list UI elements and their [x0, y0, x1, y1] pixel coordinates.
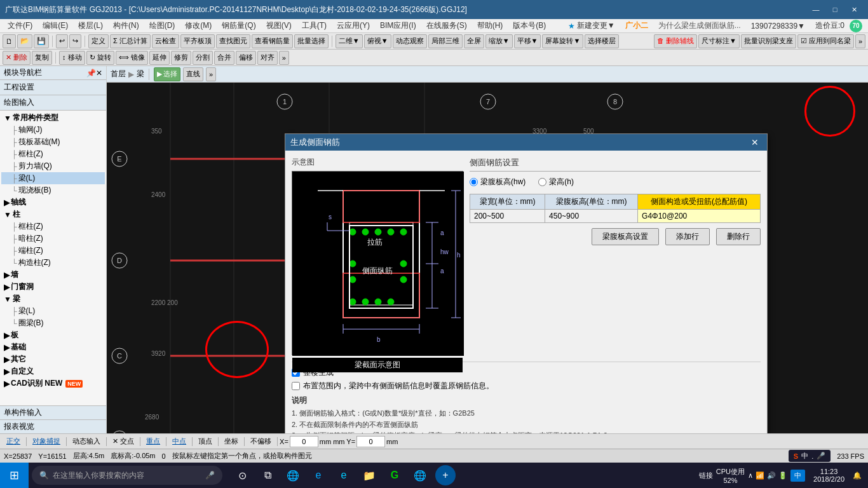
maximize-button[interactable]: □	[826, 3, 844, 17]
tb-split[interactable]: 分割	[193, 51, 213, 65]
tree-beam-group[interactable]: ▼ 梁	[1, 293, 105, 305]
menu-edit[interactable]: 编辑(E)	[37, 19, 73, 32]
breadcrumb-more[interactable]: »	[206, 67, 216, 81]
tb-select-floor[interactable]: 选择楼层	[585, 34, 619, 48]
radio-h[interactable]: 梁高(h)	[538, 177, 574, 187]
tree-axis-line[interactable]: ▶ 轴线	[1, 196, 105, 208]
y-input[interactable]	[356, 436, 385, 447]
tree-dark-col[interactable]: ├ 暗柱(Z)	[1, 233, 105, 245]
orthogonal-btn[interactable]: 正交	[3, 436, 24, 447]
tb-new[interactable]: 🗋	[3, 34, 16, 48]
panel-pin-icon[interactable]: 📌	[86, 69, 96, 78]
tb-align[interactable]: 对齐	[257, 51, 278, 65]
new-change-btn[interactable]: ★ 新建变更▼	[563, 19, 620, 32]
radio-hw-input[interactable]	[470, 178, 478, 186]
ime-indicator[interactable]: 中	[790, 470, 805, 482]
taskbar-edge[interactable]: e	[334, 465, 354, 485]
cell-steel[interactable]	[638, 210, 761, 223]
menu-steel[interactable]: 钢筋量(Q)	[217, 19, 261, 32]
dialog-close-button[interactable]: ✕	[748, 135, 762, 149]
tb-delete[interactable]: 🗑 删除辅线	[654, 34, 697, 48]
tb-more[interactable]: »	[855, 34, 865, 48]
taskbar-add[interactable]: +	[435, 465, 456, 485]
why-label[interactable]: 为什么梁生成侧面纵筋...	[653, 19, 746, 32]
tb-define[interactable]: 定义	[88, 34, 109, 48]
tree-raft[interactable]: ├ 筏板基础(M)	[1, 136, 105, 148]
tb-copy[interactable]: 复制	[32, 51, 52, 65]
radio-hw[interactable]: 梁腹板高(hw)	[470, 177, 526, 187]
delete-row-btn[interactable]: 删除行	[716, 228, 761, 245]
object-snap-btn[interactable]: 对象捕捉	[29, 436, 64, 447]
section-draw[interactable]: 绘图输入	[0, 95, 106, 111]
menu-view[interactable]: 视图(V)	[261, 19, 297, 32]
tree-ring-beam[interactable]: └ 圈梁(B)	[1, 317, 105, 329]
tb-del-icon[interactable]: ✕ 删除	[3, 51, 31, 65]
tree-foundation[interactable]: ▶ 基础	[1, 341, 105, 353]
tb-undo[interactable]: ↩	[56, 34, 68, 48]
tb-rotate2[interactable]: ↻ 旋转	[86, 51, 114, 65]
dynamic-input-btn[interactable]: 动态输入	[69, 436, 104, 447]
tree-slab[interactable]: ▶ 板	[1, 329, 105, 341]
tb-view-steel[interactable]: 查看钢筋量	[252, 34, 293, 48]
tb-batch-beam[interactable]: 批量识别梁支座	[741, 34, 796, 48]
cover-steel-checkbox[interactable]: 布置范围内，梁跨中有侧面钢筋信息时覆盖原钢筋信息。	[292, 381, 761, 391]
footer-single-input[interactable]: 单构件输入	[0, 405, 106, 419]
tb-move[interactable]: ↕ 移动	[59, 51, 85, 65]
taskbar-app2[interactable]: 🌐	[410, 465, 430, 485]
menu-file[interactable]: 文件(F)	[3, 19, 37, 32]
menu-tools[interactable]: 工具(T)	[297, 19, 332, 32]
tree-other[interactable]: ▶ 其它	[1, 353, 105, 365]
menu-modify[interactable]: 修改(M)	[180, 19, 217, 32]
tb-cloud-check[interactable]: 云检查	[152, 34, 179, 48]
tree-axis[interactable]: ├ 轴网(J)	[1, 124, 105, 136]
coord-btn[interactable]: 坐标	[220, 436, 242, 447]
tray-net[interactable]: 📶	[756, 471, 764, 480]
tb-dim-note[interactable]: 尺寸标注▼	[698, 34, 740, 48]
tree-cast-slab[interactable]: └ 现浇板(B)	[1, 184, 105, 196]
tb-more2[interactable]: »	[279, 51, 289, 65]
taskbar-app1[interactable]: G	[384, 465, 405, 485]
cover-steel-input[interactable]	[292, 382, 300, 390]
taskbar-search[interactable]: 🔍 在这里输入你要搜索的内容 🎤	[32, 466, 222, 485]
tree-common[interactable]: ▼ 常用构件类型	[1, 112, 105, 124]
taskbar-explorer[interactable]: 🌐	[283, 465, 303, 485]
tb-local-3d[interactable]: 局部三维	[428, 34, 463, 48]
footer-report[interactable]: 报表视览	[0, 419, 106, 433]
tree-custom[interactable]: ▶ 自定义	[1, 365, 105, 377]
tb-trim[interactable]: 修剪	[171, 51, 191, 65]
menu-floor[interactable]: 楼层(L)	[73, 19, 108, 32]
tb-dynamic[interactable]: 动态观察	[393, 34, 427, 48]
tb-extend[interactable]: 延伸	[149, 51, 170, 65]
midpoint-btn[interactable]: 中点	[168, 436, 190, 447]
menu-cloud[interactable]: 云应用(Y)	[332, 19, 375, 32]
tray-arrow[interactable]: ∧	[748, 471, 753, 480]
tb-pan[interactable]: 平移▼	[514, 34, 541, 48]
tray-sound[interactable]: 🔊	[767, 471, 776, 480]
close-button[interactable]: ✕	[845, 3, 863, 17]
menu-version[interactable]: 版本号(B)	[508, 19, 551, 32]
tree-beam2[interactable]: ├ 梁(L)	[1, 305, 105, 317]
menu-help[interactable]: 帮助(H)	[472, 19, 508, 32]
menu-bim[interactable]: BIM应用(I)	[375, 19, 421, 32]
vertex-btn[interactable]: 顶点	[194, 436, 216, 447]
taskbar-multitask[interactable]: ⧉	[257, 465, 278, 485]
tb-redo[interactable]: ↪	[69, 34, 81, 48]
tb-open[interactable]: 📂	[17, 34, 32, 48]
steel-input[interactable]	[642, 212, 756, 220]
tb-fullscreen[interactable]: 全屏	[464, 34, 484, 48]
select-btn[interactable]: ▶ 选择	[154, 67, 180, 81]
tree-frame-col[interactable]: ├ 框柱(Z)	[1, 148, 105, 160]
menu-online[interactable]: 在线服务(S)	[421, 19, 472, 32]
intersection-btn[interactable]: ✕ 交点	[109, 436, 138, 447]
taskbar-cortana[interactable]: ⊙	[232, 465, 252, 485]
tree-end-col[interactable]: ├ 端柱(Z)	[1, 245, 105, 257]
endpoint-btn[interactable]: 重点	[142, 436, 164, 447]
no-offset-btn[interactable]: 不偏移	[247, 436, 275, 447]
start-button[interactable]: ⊞	[0, 463, 29, 488]
tb-calc[interactable]: Σ 汇总计算	[110, 34, 151, 48]
tree-frame-col2[interactable]: ├ 框柱(Z)	[1, 220, 105, 233]
menu-draw[interactable]: 绘图(D)	[144, 19, 180, 32]
tb-zoom[interactable]: 缩放▼	[485, 34, 513, 48]
phone-label[interactable]: 13907298339▼	[746, 20, 810, 32]
section-project[interactable]: 工程设置	[0, 80, 106, 95]
